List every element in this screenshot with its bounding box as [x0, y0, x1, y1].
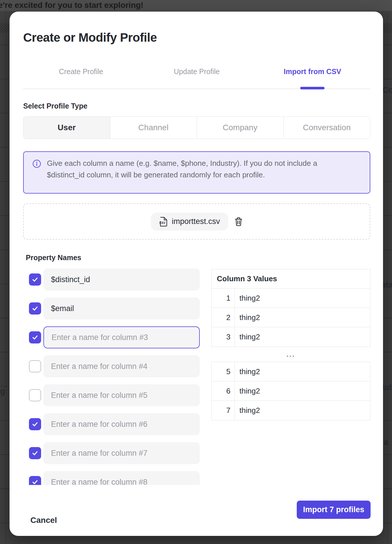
property-row	[23, 413, 214, 435]
property-row	[23, 471, 214, 485]
row-index: 5	[212, 362, 235, 381]
segment-company[interactable]: Company	[197, 117, 284, 139]
table-row: 3 thing2	[212, 327, 370, 347]
table-rows-ellipsis: ...	[211, 347, 370, 362]
row-value: thing2	[235, 327, 370, 347]
info-icon	[32, 159, 41, 168]
dialog-tabs: Create Profile Update Profile Import fro…	[23, 64, 370, 79]
preview-table-header: Column 3 Values	[212, 269, 370, 288]
file-dropzone[interactable]: CSV importtest.csv	[23, 203, 370, 240]
preview-table-top: Column 3 Values 1 thing2 2 thing2 3 thin…	[211, 269, 370, 347]
csv-file-icon: CSV	[159, 217, 168, 227]
column-6-checkbox[interactable]	[29, 418, 41, 430]
background-banner: e're excited for you to start exploring!	[0, 0, 392, 11]
column-5-checkbox[interactable]	[29, 389, 41, 401]
property-row	[23, 269, 214, 291]
table-row: 7 thing2	[212, 401, 370, 420]
column-4-name-input[interactable]	[43, 355, 200, 377]
background-left-strip	[0, 11, 10, 544]
tab-create-profile[interactable]: Create Profile	[23, 64, 139, 79]
delete-file-button[interactable]	[235, 217, 243, 226]
column-1-checkbox[interactable]	[29, 273, 41, 286]
column-values-preview: Column 3 Values 1 thing2 2 thing2 3 thin…	[211, 269, 370, 420]
row-index: 7	[212, 401, 235, 420]
property-row	[23, 355, 214, 377]
column-7-name-input[interactable]	[43, 442, 200, 464]
row-index: 6	[212, 381, 235, 400]
row-value: thing2	[235, 401, 370, 420]
table-row: 6 thing2	[212, 381, 370, 401]
cancel-button[interactable]: Cancel	[30, 516, 57, 525]
background-text-fragment: a	[384, 438, 389, 447]
page-title: Create or Modify Profile	[23, 31, 157, 45]
profile-type-selector: User Channel Company Conversation	[23, 116, 370, 139]
background-grid-line	[6, 11, 6, 544]
tab-update-profile[interactable]: Update Profile	[139, 64, 255, 79]
segment-user[interactable]: User	[23, 117, 110, 139]
row-index: 3	[212, 327, 235, 347]
column-3-name-input[interactable]	[43, 326, 200, 348]
row-index: 2	[212, 308, 235, 327]
svg-text:CSV: CSV	[160, 221, 166, 225]
background-text-fragment: g	[0, 387, 5, 396]
property-row	[23, 384, 214, 406]
row-value: thing2	[235, 308, 370, 327]
background-banner-text: e're excited for you to start exploring!	[0, 1, 143, 10]
segment-conversation[interactable]: Conversation	[284, 117, 370, 139]
import-profiles-button[interactable]: Import 7 profiles	[297, 501, 371, 519]
table-row: 2 thing2	[212, 308, 370, 327]
active-tab-indicator	[300, 87, 325, 89]
row-index: 1	[212, 288, 235, 308]
property-rows-list	[23, 260, 214, 485]
property-row	[23, 297, 214, 319]
column-4-checkbox[interactable]	[29, 360, 41, 372]
select-profile-type-label: Select Profile Type	[23, 102, 87, 110]
column-1-name-input[interactable]	[43, 269, 200, 291]
column-3-checkbox[interactable]	[29, 331, 41, 343]
column-2-checkbox[interactable]	[29, 302, 41, 315]
background-text-fragment: lab	[382, 383, 392, 392]
property-row	[23, 442, 214, 464]
column-2-name-input[interactable]	[43, 297, 200, 319]
row-value: thing2	[235, 362, 370, 381]
trash-icon	[235, 217, 243, 226]
segment-channel[interactable]: Channel	[110, 117, 197, 139]
tab-import-from-csv[interactable]: Import from CSV	[254, 64, 370, 79]
column-8-name-input[interactable]	[43, 471, 200, 485]
row-value: thing2	[235, 288, 370, 308]
info-text: Give each column a name (e.g. $name, $ph…	[47, 157, 336, 181]
background-text-fragment: Col	[382, 85, 392, 95]
table-row: 5 thing2	[212, 362, 370, 381]
property-row	[23, 326, 214, 348]
create-or-modify-profile-dialog: Create or Modify Profile Create Profile …	[10, 12, 383, 536]
column-8-checkbox[interactable]	[29, 476, 41, 485]
column-7-checkbox[interactable]	[29, 447, 41, 459]
uploaded-file-chip: CSV importtest.csv	[151, 213, 228, 231]
column-6-name-input[interactable]	[43, 413, 200, 435]
file-name: importtest.csv	[172, 217, 220, 226]
page-background: e're excited for you to start exploring!…	[0, 0, 392, 544]
preview-table-bottom: 5 thing2 6 thing2 7 thing2	[211, 362, 370, 420]
column-5-name-input[interactable]	[43, 384, 200, 406]
table-row: 1 thing2	[212, 288, 370, 308]
row-value: thing2	[235, 381, 370, 400]
